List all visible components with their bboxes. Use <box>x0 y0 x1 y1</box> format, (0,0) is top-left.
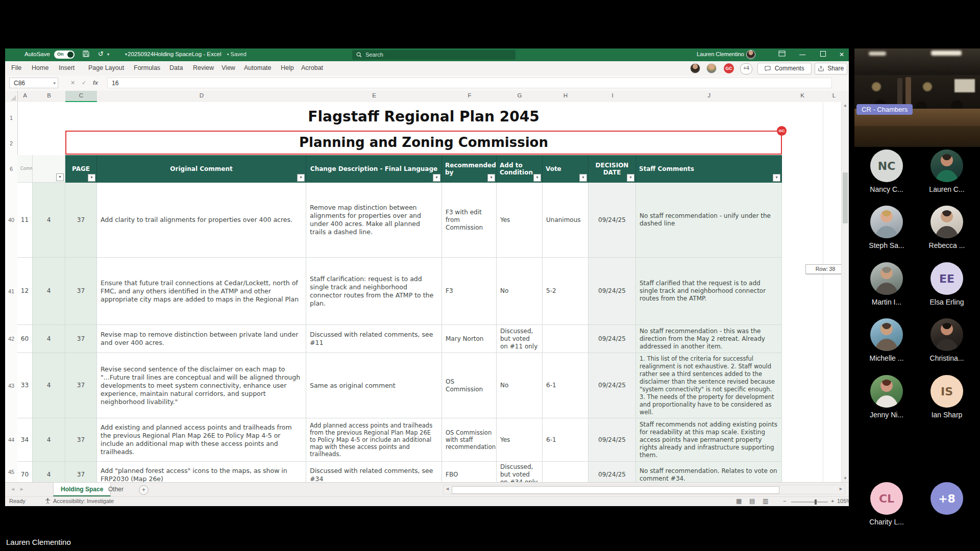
cell[interactable]: 6-1 <box>543 353 589 418</box>
name-box[interactable]: C86 ▾ <box>9 78 58 88</box>
cell[interactable]: Discussed with related comments, see #34 <box>306 462 442 482</box>
cell[interactable]: 4 <box>33 183 65 258</box>
participant-overflow-tile[interactable]: +8 <box>919 482 975 515</box>
cell[interactable]: Discussed, but voted on #11 only <box>497 325 543 353</box>
col-header-k[interactable]: K <box>800 92 804 98</box>
col-header-l[interactable]: L <box>832 92 836 98</box>
cell[interactable]: 4 <box>33 325 65 353</box>
cell[interactable]: Staff clarified that the request is to a… <box>636 258 782 325</box>
cell[interactable]: Revise map to remove distinction between… <box>97 325 306 353</box>
col-header-i[interactable]: I <box>611 92 613 98</box>
account-name[interactable]: Lauren Clementino <box>697 51 744 57</box>
cell[interactable]: 09/24/25 <box>589 462 636 482</box>
save-icon[interactable] <box>83 51 89 59</box>
cell[interactable]: 4 <box>33 462 65 482</box>
sheet-nav-right-icon[interactable]: ► <box>19 486 24 492</box>
participant-tile[interactable]: Rebecca ... <box>919 206 975 249</box>
tab-help[interactable]: Help <box>281 64 294 71</box>
cell[interactable]: 4 <box>33 258 65 325</box>
cell[interactable]: Remove map distinction between alignment… <box>306 183 442 258</box>
cell[interactable]: Mary Norton <box>442 325 497 353</box>
header-vote[interactable]: Vote <box>543 155 589 183</box>
cell[interactable]: 37 <box>65 258 97 325</box>
cell[interactable]: 37 <box>65 353 97 418</box>
row-header-43[interactable]: 43 <box>5 383 17 389</box>
tab-review[interactable]: Review <box>193 64 214 71</box>
scroll-left-icon[interactable]: ◄ <box>445 486 450 491</box>
comments-button[interactable]: Comments <box>757 63 812 74</box>
participant-tile[interactable]: IS Ian Sharp <box>919 375 975 419</box>
cell[interactable]: 6-1 <box>543 418 589 462</box>
scrollbar-thumb[interactable] <box>452 486 779 494</box>
cell[interactable]: Staff recommends not adding existing poi… <box>636 418 782 462</box>
cancel-entry-icon[interactable]: ✕ <box>70 80 75 86</box>
zoom-out-icon[interactable]: − <box>783 498 786 504</box>
cell[interactable]: Unanimous <box>543 183 589 258</box>
filter-icon[interactable] <box>297 174 305 182</box>
participant-tile[interactable]: Martin I... <box>859 262 915 306</box>
filter-icon[interactable] <box>487 174 495 182</box>
cell[interactable]: 70 <box>17 462 33 482</box>
scroll-down-icon[interactable]: ▼ <box>842 475 849 482</box>
tab-view[interactable]: View <box>222 64 235 71</box>
participant-tile[interactable]: NC Nancy C... <box>859 149 915 193</box>
cell[interactable]: No <box>497 353 543 418</box>
zoom-slider-knob[interactable] <box>815 499 817 505</box>
col-header-d[interactable]: D <box>200 92 204 98</box>
cell[interactable]: No staff recommendation - unify under th… <box>636 183 782 258</box>
row-header-44[interactable]: 44 <box>5 437 17 443</box>
namebox-dropdown-icon[interactable]: ▾ <box>53 78 56 89</box>
participant-tile[interactable]: Christina... <box>919 318 975 362</box>
cell[interactable]: FBO <box>442 462 497 482</box>
header-recommended-by[interactable]: Recommended by <box>442 155 497 183</box>
filter-icon[interactable] <box>56 173 64 181</box>
cell[interactable] <box>543 325 589 353</box>
cell[interactable]: 60 <box>17 325 33 353</box>
cell[interactable]: Add "planned forest access" icons to the… <box>97 462 306 482</box>
close-button[interactable]: ✕ <box>833 48 849 61</box>
zoom-level[interactable]: 105% <box>837 498 849 504</box>
row-header-2[interactable]: 2 <box>5 140 17 146</box>
cell[interactable]: 4 <box>33 418 65 462</box>
filter-icon[interactable] <box>433 174 440 182</box>
cell[interactable]: Yes <box>497 183 543 258</box>
cell[interactable]: Yes <box>497 418 543 462</box>
scroll-up-icon[interactable]: ▲ <box>842 102 849 109</box>
cell[interactable]: OS Commission with staff recommendation <box>442 418 497 462</box>
tab-automate[interactable]: Automate <box>244 64 272 71</box>
col-header-j[interactable]: J <box>707 92 710 98</box>
cell[interactable]: Add planned access points and trailheads… <box>306 418 442 462</box>
cell[interactable]: 33 <box>17 353 33 418</box>
normal-view-icon[interactable]: ▦ <box>736 497 742 505</box>
tab-page-layout[interactable]: Page Layout <box>88 64 124 71</box>
filter-icon[interactable] <box>773 174 780 182</box>
header-col-b[interactable] <box>33 155 65 183</box>
tab-file[interactable]: File <box>11 64 21 71</box>
collaborator-badge[interactable]: GC <box>724 63 734 73</box>
cell[interactable]: Add existing and planned access points a… <box>97 418 306 462</box>
tab-data[interactable]: Data <box>169 64 183 71</box>
minimize-button[interactable]: — <box>794 48 811 61</box>
header-decision-date[interactable]: DECISION DATE <box>589 155 636 183</box>
cell[interactable]: 37 <box>65 183 97 258</box>
saved-status[interactable]: • Saved <box>227 51 247 57</box>
filter-icon[interactable] <box>579 174 587 182</box>
share-button[interactable]: Share <box>815 63 847 74</box>
sheet-tab-other[interactable]: Other <box>101 483 131 496</box>
undo-icon[interactable]: ↺ <box>98 50 104 58</box>
qat-customize-icon[interactable]: ▾ <box>125 52 127 57</box>
cell[interactable]: 12 <box>17 258 33 325</box>
participant-tile[interactable]: Lauren C... <box>919 149 975 193</box>
tab-formulas[interactable]: Formulas <box>134 64 160 71</box>
cell[interactable]: Discussed with related comments, see #11 <box>306 325 442 353</box>
tab-acrobat[interactable]: Acrobat <box>301 64 323 71</box>
cell[interactable]: 09/24/25 <box>589 258 636 325</box>
room-video-tile[interactable] <box>854 48 980 147</box>
participant-tile[interactable]: EE Elsa Erling <box>919 262 975 306</box>
tab-insert[interactable]: Insert <box>59 64 75 71</box>
tab-home[interactable]: Home <box>32 64 48 71</box>
cell[interactable]: 09/24/25 <box>589 325 636 353</box>
header-col-a[interactable]: Commen <box>17 155 33 183</box>
filter-icon[interactable] <box>627 174 634 182</box>
comment-indicator-badge[interactable]: GC <box>777 126 787 136</box>
